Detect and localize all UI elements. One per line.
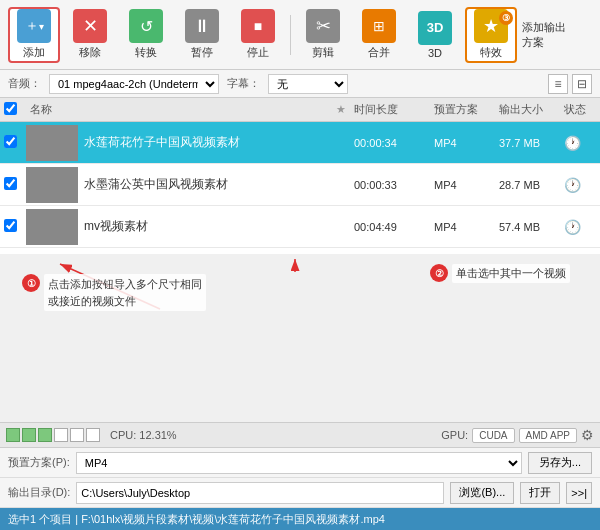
progress-sq-1: [6, 428, 20, 442]
col-status-header: 状态: [564, 102, 596, 117]
stop-label: 停止: [247, 45, 269, 60]
merge-icon: ⊞: [362, 9, 396, 43]
toolbar: ＋▾ 添加 ✕ 移除 ↺ 转换 ⏸ 暂停 ■ 停止 ✂ 剪辑 ⊞ 合并: [0, 0, 600, 70]
row2-status-icon: 🕐: [564, 177, 596, 193]
pause-button[interactable]: ⏸ 暂停: [176, 7, 228, 63]
scissors-icon: ✂: [306, 9, 340, 43]
progress-sq-6: [86, 428, 100, 442]
convert-icon: ↺: [129, 9, 163, 43]
amd-button[interactable]: AMD APP: [519, 428, 577, 443]
row1-checkbox[interactable]: [4, 135, 17, 148]
table-row[interactable]: 水莲荷花竹子中国风视频素材 00:00:34 MP4 37.7 MB 🕐: [0, 122, 600, 164]
row3-checkbox[interactable]: [4, 219, 17, 232]
annotation-1: ① 点击添加按钮导入多个尺寸相同或接近的视频文件: [22, 274, 206, 311]
row3-filename: mv视频素材: [84, 218, 336, 235]
remove-icon: ✕: [73, 9, 107, 43]
col-preset-header: 预置方案: [434, 102, 499, 117]
check-all-input[interactable]: [4, 102, 17, 115]
pause-icon: ⏸: [185, 9, 219, 43]
row1-status-icon: 🕐: [564, 135, 596, 151]
row1-filename: 水莲荷花竹子中国风视频素材: [84, 134, 336, 151]
preset-row: 预置方案(P): MP4 另存为...: [0, 448, 600, 478]
add-icon: ＋▾: [17, 9, 51, 43]
row1-format: MP4: [434, 137, 499, 149]
row1-size: 37.7 MB: [499, 137, 564, 149]
gpu-area: GPU: CUDA AMD APP ⚙: [441, 427, 594, 443]
remove-button[interactable]: ✕ 移除: [64, 7, 116, 63]
output-row: 输出目录(D): 浏览(B)... 打开 >>|: [0, 478, 600, 508]
effect-button[interactable]: ★ 特效 ③: [465, 7, 517, 63]
col-size-header: 输出大小: [499, 102, 564, 117]
row3-check[interactable]: [4, 219, 26, 235]
row2-duration: 00:00:33: [354, 179, 434, 191]
file-list: 水莲荷花竹子中国风视频素材 00:00:34 MP4 37.7 MB 🕐 水墨蒲…: [0, 122, 600, 254]
remove-label: 移除: [79, 45, 101, 60]
progress-sq-5: [70, 428, 84, 442]
open-button[interactable]: 打开: [520, 482, 560, 504]
stop-icon: ■: [241, 9, 275, 43]
gear-icon[interactable]: ⚙: [581, 427, 594, 443]
table-header: 名称 ★ 时间长度 预置方案 输出大小 状态: [0, 98, 600, 122]
progress-bar-area: CPU: 12.31% GPU: CUDA AMD APP ⚙: [0, 422, 600, 448]
preset-select[interactable]: MP4: [76, 452, 522, 474]
table-row[interactable]: mv视频素材 00:04:49 MP4 57.4 MB 🕐: [0, 206, 600, 248]
progress-sq-4: [54, 428, 68, 442]
merge-label: 合并: [368, 45, 390, 60]
annotation-2-badge: ②: [430, 264, 448, 282]
row3-status-icon: 🕐: [564, 219, 596, 235]
progress-sq-2: [22, 428, 36, 442]
annotation-2-text: 单击选中其中一个视频: [452, 264, 570, 283]
more-button[interactable]: >>|: [566, 482, 592, 504]
font-label: 字幕：: [227, 76, 260, 91]
3d-label: 3D: [428, 47, 442, 59]
row3-size: 57.4 MB: [499, 221, 564, 233]
merge-button[interactable]: ⊞ 合并: [353, 7, 405, 63]
audio-select[interactable]: 01 mpeg4aac-2ch (Undetermine...: [49, 74, 219, 94]
row2-filename: 水墨蒲公英中国风视频素材: [84, 176, 336, 193]
audio-label: 音频：: [8, 76, 41, 91]
cpu-text: CPU: 12.31%: [110, 429, 177, 441]
gpu-label: GPU:: [441, 429, 468, 441]
row3-format: MP4: [434, 221, 499, 233]
row3-thumb: [26, 209, 78, 245]
convert-button[interactable]: ↺ 转换: [120, 7, 172, 63]
row1-thumb: [26, 125, 78, 161]
output-path-input[interactable]: [76, 482, 444, 504]
edit-label: 剪辑: [312, 45, 334, 60]
pause-label: 暂停: [191, 45, 213, 60]
row3-duration: 00:04:49: [354, 221, 434, 233]
view-icons: ≡ ⊟: [548, 74, 592, 94]
status-text: 选中1 个项目 | F:\01hlx\视频片段素材\视频\水莲荷花竹子中国风视频…: [8, 512, 385, 527]
separator: [290, 15, 291, 55]
effect-badge: ③: [499, 11, 513, 25]
preset-label: 预置方案(P):: [8, 455, 70, 470]
font-select[interactable]: 无: [268, 74, 348, 94]
annotation-2: ② 单击选中其中一个视频: [430, 264, 570, 283]
3d-button[interactable]: 3D 3D: [409, 7, 461, 63]
row2-check[interactable]: [4, 177, 26, 193]
browse-button[interactable]: 浏览(B)...: [450, 482, 514, 504]
progress-squares: [6, 428, 100, 442]
table-row[interactable]: 水墨蒲公英中国风视频素材 00:00:33 MP4 28.7 MB 🕐: [0, 164, 600, 206]
row2-format: MP4: [434, 179, 499, 191]
edit-button[interactable]: ✂ 剪辑: [297, 7, 349, 63]
output-label: 输出目录(D):: [8, 485, 70, 500]
check-all[interactable]: [4, 102, 26, 118]
progress-sq-3: [38, 428, 52, 442]
add-button[interactable]: ＋▾ 添加: [8, 7, 60, 63]
saveas-button[interactable]: 另存为...: [528, 452, 592, 474]
annotation-1-badge: ①: [22, 274, 40, 292]
3d-icon: 3D: [418, 11, 452, 45]
cuda-button[interactable]: CUDA: [472, 428, 514, 443]
effect-label: 特效: [480, 45, 502, 60]
row2-size: 28.7 MB: [499, 179, 564, 191]
row2-checkbox[interactable]: [4, 177, 17, 190]
grid-view-btn[interactable]: ⊟: [572, 74, 592, 94]
stop-button[interactable]: ■ 停止: [232, 7, 284, 63]
list-view-btn[interactable]: ≡: [548, 74, 568, 94]
settings-row: 音频： 01 mpeg4aac-2ch (Undetermine... 字幕： …: [0, 70, 600, 98]
spacer-area: ① 点击添加按钮导入多个尺寸相同或接近的视频文件 ② 单击选中其中一个视频: [0, 254, 600, 422]
row1-check[interactable]: [4, 135, 26, 151]
output-button[interactable]: 添加输出方案: [521, 7, 573, 63]
convert-label: 转换: [135, 45, 157, 60]
